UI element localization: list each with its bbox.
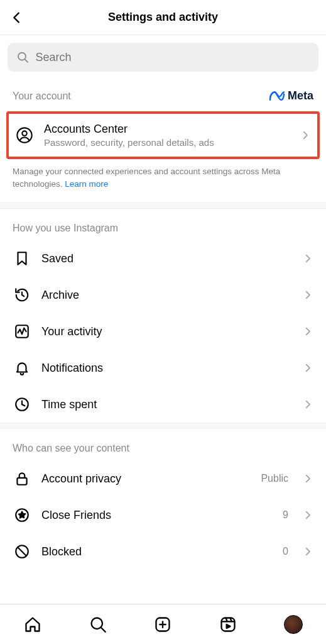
page-title: Settings and activity — [108, 11, 218, 24]
time-spent-row[interactable]: Time spent — [0, 386, 326, 423]
blocked-value: 0 — [283, 546, 288, 557]
clock-icon — [14, 396, 30, 413]
archive-label: Archive — [41, 289, 292, 302]
usage-list: Saved Archive Your activity Notification… — [0, 240, 326, 423]
chevron-right-icon — [302, 473, 313, 484]
chevron-right-icon — [302, 326, 313, 337]
blocked-icon — [14, 543, 30, 560]
accounts-center-subtitle: Password, security, personal details, ad… — [44, 137, 290, 148]
search-icon — [89, 616, 107, 633]
saved-row[interactable]: Saved — [0, 240, 326, 277]
section-separator — [0, 203, 326, 209]
nav-reels[interactable] — [215, 612, 241, 637]
usage-section-label: How you use Instagram — [0, 209, 326, 240]
bottom-nav — [0, 604, 326, 644]
saved-label: Saved — [41, 252, 292, 265]
lock-icon — [14, 470, 30, 487]
reels-icon — [219, 616, 237, 633]
star-circle-icon — [14, 507, 30, 523]
chevron-right-icon — [300, 130, 311, 141]
chevron-right-icon — [302, 546, 313, 557]
privacy-section-label: Who can see your content — [0, 429, 326, 460]
chevron-right-icon — [302, 509, 313, 521]
notifications-row[interactable]: Notifications — [0, 350, 326, 386]
bookmark-icon — [14, 250, 30, 267]
nav-search[interactable] — [85, 612, 111, 637]
nav-create[interactable] — [150, 612, 175, 637]
account-info-text: Manage your connected experiences and ac… — [0, 159, 326, 203]
privacy-list: Account privacy Public Close Friends 9 B… — [0, 460, 326, 570]
close-friends-row[interactable]: Close Friends 9 — [0, 497, 326, 533]
accounts-center-highlight: Accounts Center Password, security, pers… — [6, 111, 320, 159]
your-activity-label: Your activity — [41, 325, 292, 338]
notifications-label: Notifications — [41, 362, 292, 375]
search-container — [0, 35, 326, 72]
chevron-left-icon — [10, 11, 24, 25]
back-button[interactable] — [8, 8, 26, 27]
accounts-center-title: Accounts Center — [44, 123, 290, 136]
svg-point-3 — [22, 131, 26, 135]
search-icon — [16, 50, 30, 64]
profile-avatar-icon — [284, 615, 303, 634]
blocked-row[interactable]: Blocked 0 — [0, 533, 326, 570]
svg-line-11 — [101, 628, 105, 631]
plus-square-icon — [154, 616, 171, 633]
home-icon — [24, 616, 41, 633]
meta-brand: Meta — [269, 89, 313, 103]
meta-logo-icon — [269, 91, 285, 102]
archive-row[interactable]: Archive — [0, 277, 326, 313]
svg-rect-6 — [17, 478, 26, 485]
bell-icon — [14, 360, 30, 376]
close-friends-value: 9 — [283, 509, 288, 521]
your-activity-row[interactable]: Your activity — [0, 313, 326, 350]
section-separator — [0, 423, 326, 429]
archive-icon — [14, 287, 30, 303]
accounts-center-icon — [16, 126, 33, 144]
accounts-center-row[interactable]: Accounts Center Password, security, pers… — [9, 114, 317, 157]
your-account-header: Your account Meta — [0, 72, 326, 111]
account-privacy-label: Account privacy — [41, 472, 251, 486]
meta-brand-text: Meta — [288, 89, 313, 103]
svg-point-10 — [91, 618, 102, 629]
chevron-right-icon — [302, 289, 313, 301]
time-spent-label: Time spent — [41, 398, 292, 411]
nav-profile[interactable] — [281, 612, 306, 637]
chevron-right-icon — [302, 399, 313, 410]
svg-line-9 — [18, 548, 26, 556]
close-friends-label: Close Friends — [41, 509, 273, 522]
account-privacy-row[interactable]: Account privacy Public — [0, 460, 326, 497]
your-account-label: Your account — [13, 91, 71, 102]
chevron-right-icon — [302, 362, 313, 374]
nav-home[interactable] — [20, 612, 45, 637]
search-input[interactable] — [36, 51, 310, 64]
learn-more-link[interactable]: Learn more — [65, 179, 108, 189]
blocked-label: Blocked — [41, 545, 273, 558]
account-privacy-value: Public — [261, 473, 288, 484]
search-bar[interactable] — [8, 43, 318, 72]
activity-icon — [14, 323, 30, 340]
header: Settings and activity — [0, 0, 326, 35]
chevron-right-icon — [302, 253, 313, 264]
svg-line-1 — [25, 59, 28, 62]
